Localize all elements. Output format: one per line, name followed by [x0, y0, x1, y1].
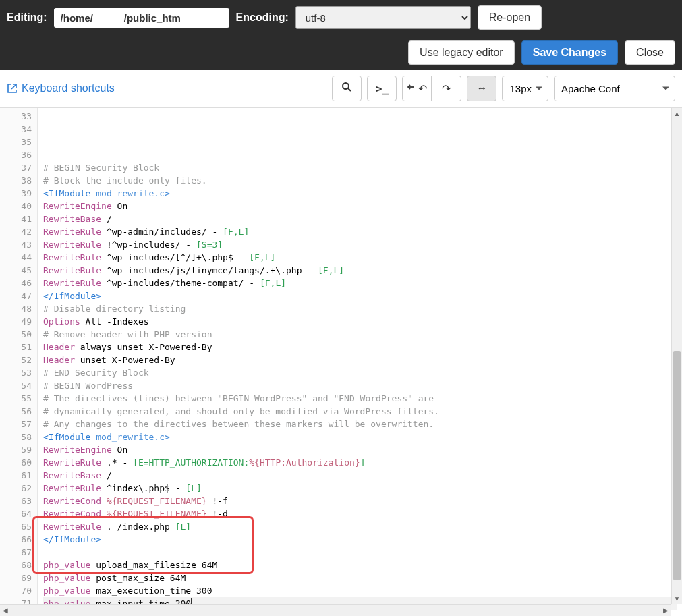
encoding-label: Encoding:	[236, 11, 289, 24]
code-line[interactable]: RewriteRule ^wp-admin/includes/ - [F,L]	[43, 225, 677, 238]
code-line[interactable]: Header unset X-Powered-By	[43, 354, 677, 366]
code-line[interactable]: RewriteRule . /index.php [L]	[43, 520, 677, 533]
line-number: 54	[0, 379, 32, 392]
fontsize-select[interactable]: 13px	[502, 76, 548, 101]
scroll-left-icon[interactable]: ◀	[0, 605, 11, 616]
keyboard-shortcuts-link[interactable]: Keyboard shortcuts	[22, 82, 115, 94]
code-line[interactable]: RewriteBase /	[43, 213, 677, 225]
line-number: 33	[0, 110, 32, 123]
code-line[interactable]: RewriteRule !^wp-includes/ - [S=3]	[43, 238, 677, 251]
line-number: 47	[0, 289, 32, 302]
line-number: 34	[0, 123, 32, 136]
line-number: 60	[0, 456, 32, 469]
search-button[interactable]	[332, 76, 362, 101]
line-number: 48	[0, 302, 32, 315]
toolbar-right: >_ ↶ ↷ ↔ 13px Apache Conf	[332, 76, 675, 101]
code-line[interactable]: </IfModule>	[43, 533, 677, 546]
code-line[interactable]: # BEGIN Security Block	[43, 161, 677, 174]
code-line[interactable]: # Remove header with PHP version	[43, 328, 677, 341]
syntax-mode-select[interactable]: Apache Conf	[554, 76, 675, 101]
line-number: 67	[0, 546, 32, 559]
code-line[interactable]: # END Security Block	[43, 366, 677, 379]
code-line[interactable]: Header always unset X-Powered-By	[43, 341, 677, 354]
scroll-up-icon[interactable]: ▲	[672, 108, 682, 119]
close-button[interactable]: Close	[625, 40, 675, 65]
terminal-icon: >_	[376, 82, 389, 95]
scroll-right-icon[interactable]: ▶	[660, 605, 671, 616]
editing-label: Editing:	[7, 11, 47, 24]
line-number: 44	[0, 251, 32, 264]
line-number: 38	[0, 174, 32, 187]
code-line[interactable]: RewriteRule ^index\.php$ - [L]	[43, 482, 677, 495]
line-number: 59	[0, 443, 32, 456]
external-link-icon	[7, 83, 18, 94]
code-line[interactable]: # The directives (lines) between "BEGIN …	[43, 392, 677, 405]
terminal-button[interactable]: >_	[367, 76, 397, 101]
line-number: 40	[0, 200, 32, 213]
undo-icon: ↶	[407, 82, 427, 95]
header-row-2: Use legacy editor Save Changes Close	[7, 40, 675, 65]
code-line[interactable]: RewriteRule .* - [E=HTTP_AUTHORIZATION:%…	[43, 456, 677, 469]
code-line[interactable]: # Block the include-only files.	[43, 174, 677, 187]
code-line[interactable]: </IfModule>	[43, 289, 677, 302]
code-line[interactable]: <IfModule mod_rewrite.c>	[43, 187, 677, 200]
redo-button[interactable]: ↷	[432, 76, 461, 101]
line-number: 43	[0, 238, 32, 251]
code-line[interactable]	[43, 546, 677, 559]
line-number: 66	[0, 533, 32, 546]
code-line[interactable]: RewriteRule ^wp-includes/js/tinymce/lang…	[43, 264, 677, 277]
horizontal-scrollbar[interactable]: ◀ ▶	[0, 604, 671, 616]
line-number-gutter: 3334353637383940414243444546474849505152…	[0, 108, 38, 607]
header-bar: Editing: Encoding: utf-8 Re-open Use leg…	[0, 0, 682, 70]
search-icon	[341, 82, 352, 95]
code-line[interactable]: # dynamically generated, and should only…	[43, 405, 677, 418]
line-number: 36	[0, 148, 32, 161]
scroll-thumb-vertical[interactable]	[673, 351, 681, 580]
scroll-down-icon[interactable]: ▼	[672, 593, 682, 604]
toolbar: Keyboard shortcuts >_ ↶ ↷ ↔ 13px Apache …	[0, 70, 682, 107]
code-line[interactable]: # Disable directory listing	[43, 302, 677, 315]
line-number: 69	[0, 571, 32, 584]
svg-point-0	[343, 83, 349, 89]
line-number: 53	[0, 366, 32, 379]
code-line[interactable]: RewriteCond %{REQUEST_FILENAME} !-d	[43, 507, 677, 520]
line-number: 42	[0, 225, 32, 238]
redo-icon: ↷	[442, 82, 451, 95]
code-line[interactable]: # Any changes to the directives between …	[43, 418, 677, 430]
editor-area[interactable]: 3334353637383940414243444546474849505152…	[0, 107, 682, 607]
code-line[interactable]: php_value max_execution_time 300	[43, 584, 677, 597]
syntax-mode-value: Apache Conf	[561, 83, 620, 94]
header-row-1: Editing: Encoding: utf-8 Re-open	[7, 5, 675, 30]
save-button[interactable]: Save Changes	[521, 40, 618, 65]
code-line[interactable]: Options All -Indexes	[43, 315, 677, 328]
code-line[interactable]: <IfModule mod_rewrite.c>	[43, 430, 677, 443]
code-content[interactable]: # BEGIN Security Block# Block the includ…	[38, 108, 682, 607]
code-line[interactable]: php_value post_max_size 64M	[43, 571, 677, 584]
line-number: 63	[0, 495, 32, 507]
code-line[interactable]: RewriteBase /	[43, 469, 677, 482]
line-number: 50	[0, 328, 32, 341]
code-line[interactable]: RewriteRule ^wp-includes/[^/]+\.php$ - […	[43, 251, 677, 264]
vertical-scrollbar[interactable]: ▲ ▼	[671, 108, 682, 604]
line-number: 37	[0, 161, 32, 174]
undo-button[interactable]: ↶	[402, 76, 432, 101]
encoding-select[interactable]: utf-8	[295, 6, 471, 29]
code-line[interactable]: # BEGIN WordPress	[43, 379, 677, 392]
line-number: 62	[0, 482, 32, 495]
line-number: 64	[0, 507, 32, 520]
line-number: 49	[0, 315, 32, 328]
wrap-button[interactable]: ↔	[467, 76, 496, 101]
file-path-input[interactable]	[54, 8, 229, 28]
code-line[interactable]: RewriteCond %{REQUEST_FILENAME} !-f	[43, 495, 677, 507]
reopen-button[interactable]: Re-open	[478, 5, 542, 30]
fontsize-value: 13px	[509, 83, 532, 94]
code-line[interactable]	[43, 148, 677, 161]
undo-redo-group: ↶ ↷	[402, 76, 461, 101]
line-number: 39	[0, 187, 32, 200]
line-number: 58	[0, 430, 32, 443]
legacy-editor-button[interactable]: Use legacy editor	[408, 40, 515, 65]
code-line[interactable]: RewriteEngine On	[43, 443, 677, 456]
code-line[interactable]: RewriteEngine On	[43, 200, 677, 213]
code-line[interactable]: php_value upload_max_filesize 64M	[43, 559, 677, 571]
code-line[interactable]: RewriteRule ^wp-includes/theme-compat/ -…	[43, 277, 677, 289]
